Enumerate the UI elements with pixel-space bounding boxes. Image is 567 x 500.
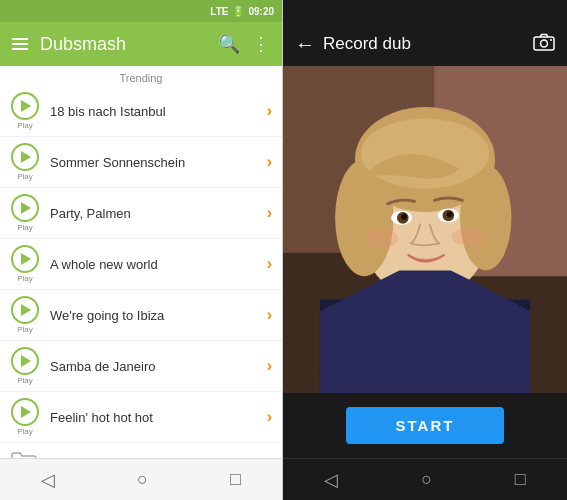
app-bar-left: Dubsmash 🔍 ⋮: [0, 22, 282, 66]
play-label-4: Play: [17, 274, 33, 283]
sound-list: Play 18 bis nach Istanbul › Play Sommer …: [0, 86, 282, 458]
record-dub-title: Record dub: [323, 34, 525, 54]
svg-point-21: [452, 227, 485, 246]
play-button-7[interactable]: [11, 398, 39, 426]
bottom-nav-left: ◁ ○ □: [0, 458, 282, 500]
signal-indicator: LTE: [210, 6, 228, 17]
search-icon[interactable]: 🔍: [218, 33, 240, 55]
sound-item-7[interactable]: Play Feelin' hot hot hot ›: [0, 392, 282, 443]
sound-item-3[interactable]: Play Party, Palmen ›: [0, 188, 282, 239]
play-label-6: Play: [17, 376, 33, 385]
home-nav-left[interactable]: ○: [121, 463, 164, 496]
play-label-5: Play: [17, 325, 33, 334]
svg-point-20: [365, 230, 398, 249]
camera-icon[interactable]: [533, 33, 555, 56]
more-options-icon[interactable]: ⋮: [252, 33, 270, 55]
back-nav-left[interactable]: ◁: [25, 463, 71, 497]
svg-point-12: [460, 165, 511, 270]
chevron-right-icon-7: ›: [267, 408, 272, 426]
play-label-7: Play: [17, 427, 33, 436]
svg-rect-0: [534, 37, 554, 50]
sound-name-7: Feelin' hot hot hot: [50, 410, 267, 425]
sound-name-3: Party, Palmen: [50, 206, 267, 221]
sound-item-2[interactable]: Play Sommer Sonnenschein ›: [0, 137, 282, 188]
sound-item-1[interactable]: Play 18 bis nach Istanbul ›: [0, 86, 282, 137]
sound-item-5[interactable]: Play We're going to Ibiza ›: [0, 290, 282, 341]
sound-item-6[interactable]: Play Samba de Janeiro ›: [0, 341, 282, 392]
camera-preview: [283, 66, 567, 393]
play-button-6[interactable]: [11, 347, 39, 375]
play-label-2: Play: [17, 172, 33, 181]
start-button-wrapper: START: [283, 393, 567, 458]
svg-point-19: [447, 211, 453, 217]
recents-nav-left[interactable]: □: [214, 463, 257, 496]
menu-icon[interactable]: [12, 38, 28, 50]
status-bar-left: LTE 🔋 09:20: [0, 0, 282, 22]
sound-name-6: Samba de Janeiro: [50, 359, 267, 374]
app-title: Dubsmash: [40, 34, 206, 55]
play-button-3[interactable]: [11, 194, 39, 222]
sound-name-1: 18 bis nach Istanbul: [50, 104, 267, 119]
left-panel: LTE 🔋 09:20 Dubsmash 🔍 ⋮ Trending Play 1…: [0, 0, 283, 500]
play-button-1[interactable]: [11, 92, 39, 120]
svg-point-1: [541, 40, 548, 47]
sound-item-4[interactable]: Play A whole new world ›: [0, 239, 282, 290]
play-button-2[interactable]: [11, 143, 39, 171]
chevron-right-icon-2: ›: [267, 153, 272, 171]
play-button-4[interactable]: [11, 245, 39, 273]
play-button-5[interactable]: [11, 296, 39, 324]
sound-name-2: Sommer Sonnenschein: [50, 155, 267, 170]
play-label-3: Play: [17, 223, 33, 232]
back-button-right[interactable]: ←: [295, 33, 315, 56]
chevron-right-icon-1: ›: [267, 102, 272, 120]
folder-item-1[interactable]: Exotic ‹: [0, 443, 282, 458]
sound-name-4: A whole new world: [50, 257, 267, 272]
time-display: 09:20: [248, 6, 274, 17]
back-nav-right[interactable]: ◁: [308, 463, 354, 497]
svg-point-18: [401, 214, 407, 220]
recents-nav-right[interactable]: □: [499, 463, 542, 496]
chevron-right-icon-5: ›: [267, 306, 272, 324]
play-label-1: Play: [17, 121, 33, 130]
sound-name-5: We're going to Ibiza: [50, 308, 267, 323]
bottom-nav-right: ◁ ○ □: [283, 458, 567, 500]
status-bar-right: [283, 0, 567, 22]
chevron-right-icon-3: ›: [267, 204, 272, 222]
trending-label: Trending: [0, 66, 282, 86]
battery-icon: 🔋: [232, 6, 244, 17]
svg-point-2: [550, 39, 552, 41]
start-button[interactable]: START: [346, 407, 505, 444]
right-panel: ← Record dub: [283, 0, 567, 500]
home-nav-right[interactable]: ○: [405, 463, 448, 496]
folder-icon-1: [10, 451, 38, 458]
chevron-right-icon-6: ›: [267, 357, 272, 375]
chevron-right-icon-4: ›: [267, 255, 272, 273]
app-bar-right: ← Record dub: [283, 22, 567, 66]
